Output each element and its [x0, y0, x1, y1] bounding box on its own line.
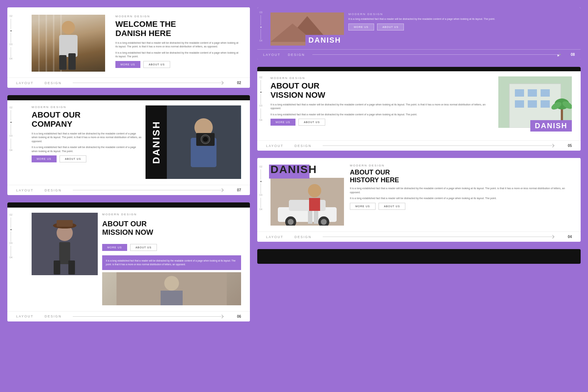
footer-num-r1: 08: [571, 53, 575, 57]
slide-3: 02 03 04: [7, 202, 250, 321]
slide3-title: ABOUT OUR MISSION NOW: [102, 220, 241, 237]
footer-layout-r1: LAYOUT: [263, 53, 280, 57]
r2-about-btn[interactable]: ABOUT US: [298, 119, 326, 126]
hat-man-img: [32, 213, 98, 275]
footer-num-s1: 02: [237, 81, 241, 85]
slide3-label: MODERN DESIGN: [102, 213, 241, 216]
side-num-r1-03: 03: [259, 11, 262, 14]
slide3-about-btn[interactable]: ABOUT US: [130, 244, 157, 251]
side-nav-r3: 02 03 04: [259, 165, 262, 212]
slide2-about-btn[interactable]: ABOUT US: [60, 155, 87, 162]
r2-body2: It is a long established fact that a rea…: [270, 113, 494, 117]
svg-rect-19: [57, 220, 73, 227]
footer-line-r3: [323, 237, 554, 237]
svg-point-15: [203, 137, 208, 142]
r3-man-car-image: [270, 178, 344, 226]
side-nav-s1: 02 03 04: [10, 15, 12, 61]
slide2-title: ABOUT OUR COMPANY: [32, 110, 142, 129]
side-nav-s2: 02 03 04: [10, 106, 12, 153]
side-num-s2-02: 02: [10, 106, 12, 109]
slide3-more-btn[interactable]: MORE US: [102, 244, 127, 251]
side-num-03: 03: [10, 43, 12, 46]
slide2-body2: It is a long established fact that a rea…: [32, 145, 142, 153]
danish-vertical-text: DANISH: [146, 105, 167, 179]
slide3-purple-textbox: It is a long established fact that a rea…: [102, 255, 241, 270]
slide1-body2: It is a long established fact that a rea…: [115, 51, 241, 59]
svg-rect-22: [68, 260, 75, 274]
side-num-02: 02: [10, 15, 12, 17]
slide1-more-btn[interactable]: MORE US: [115, 61, 140, 68]
slide-r1: 03 04: [257, 7, 581, 60]
slide-r4: [257, 249, 581, 264]
r1-about-btn[interactable]: ABOUT US: [377, 24, 404, 30]
slide1-label: MODERN DESIGN: [115, 15, 241, 18]
side-num-r2-03: 03: [259, 104, 262, 107]
slide-r2: 02 03 04 MODERN DESIGN ABOUT OUR VISSION…: [257, 67, 581, 151]
r1-body1: It is a long established fact that a rea…: [348, 17, 575, 21]
svg-rect-7: [59, 55, 67, 70]
slide2-label: MODERN DESIGN: [32, 105, 142, 109]
slide2-footer: LAYOUT DESIGN 07: [7, 185, 250, 195]
svg-rect-36: [541, 100, 550, 108]
r1-footer: LAYOUT DESIGN ► 08: [257, 49, 581, 60]
footer-design-r1: DESIGN: [288, 53, 305, 57]
r3-footer: LAYOUT DESIGN 04: [257, 231, 581, 242]
r1-danish-overlay: DANISH: [305, 35, 344, 46]
svg-rect-32: [528, 89, 537, 97]
side-nav-r1: 03 04: [259, 11, 262, 43]
slide1-title: WELCOME THE DANISH HERE: [115, 19, 241, 38]
svg-point-47: [321, 219, 327, 225]
car-man-img: [270, 178, 344, 226]
svg-rect-21: [54, 260, 60, 274]
footer-design-s1: DESIGN: [44, 81, 62, 85]
svg-rect-8: [68, 53, 76, 70]
camera-man-img: [167, 105, 241, 179]
footer-layout-s1: LAYOUT: [16, 81, 33, 85]
footer-line-s3: [73, 316, 223, 317]
footer-num-s3: 06: [237, 314, 241, 319]
svg-rect-49: [309, 198, 320, 211]
side-num-s2-03: 03: [10, 134, 12, 137]
r4-black-bar: [257, 249, 581, 264]
side-num-04: 04: [10, 57, 12, 60]
slide1-footer: LAYOUT DESIGN 02: [7, 78, 250, 88]
slide3-footer: LAYOUT DESIGN 06: [7, 311, 250, 321]
svg-rect-51: [314, 211, 318, 224]
side-num-r3-03: 03: [259, 194, 262, 196]
r3-body2: It is a long established fact that a rea…: [350, 197, 572, 201]
r3-about-btn[interactable]: ABOUT US: [379, 203, 406, 210]
side-nav-s3: 02 03 04: [10, 213, 12, 260]
slide3-black-bar: [7, 202, 250, 208]
svg-point-48: [308, 184, 321, 197]
slide1-about-btn[interactable]: ABOUT US: [143, 61, 171, 68]
footer-design-r2: DESIGN: [294, 144, 312, 148]
slide-r3: 02 03 04 DANISH: [257, 158, 581, 242]
footer-num-s2: 07: [237, 188, 241, 192]
r1-label: MODERN DESIGN: [348, 12, 575, 16]
side-num-r3-02: 02: [259, 165, 262, 168]
footer-design-r3: DESIGN: [294, 235, 312, 239]
slide2-more-btn[interactable]: MORE US: [32, 155, 57, 162]
svg-point-5: [62, 21, 75, 34]
slide2-body1: It is a long established fact that a rea…: [32, 132, 142, 144]
footer-layout-s3: LAYOUT: [16, 314, 33, 318]
svg-rect-25: [161, 291, 183, 305]
side-num-r1-04: 04: [259, 39, 262, 42]
side-num-r2-02: 02: [259, 76, 262, 79]
r2-title: ABOUT OUR VISSION NOW: [270, 81, 494, 100]
svg-rect-33: [541, 89, 550, 97]
r2-more-btn[interactable]: MORE US: [270, 119, 295, 126]
side-num-r3-04: 04: [259, 208, 262, 211]
footer-layout-r3: LAYOUT: [266, 235, 283, 239]
svg-rect-34: [515, 100, 524, 108]
slide-1: 02 03 04: [7, 7, 250, 88]
side-num-s3-04: 04: [10, 256, 12, 259]
side-num-s3-02: 02: [10, 213, 12, 216]
footer-line-r2: [323, 145, 554, 146]
footer-layout-r2: LAYOUT: [266, 144, 283, 148]
r3-more-btn[interactable]: MORE US: [350, 203, 376, 210]
footer-design-s2: DESIGN: [44, 188, 62, 192]
r1-more-btn[interactable]: MORE US: [348, 24, 374, 30]
slide-2: 02 03 04 MODERN DESIGN ABOUT OUR COMPANY…: [7, 95, 250, 195]
footer-line-s2: [73, 190, 223, 190]
